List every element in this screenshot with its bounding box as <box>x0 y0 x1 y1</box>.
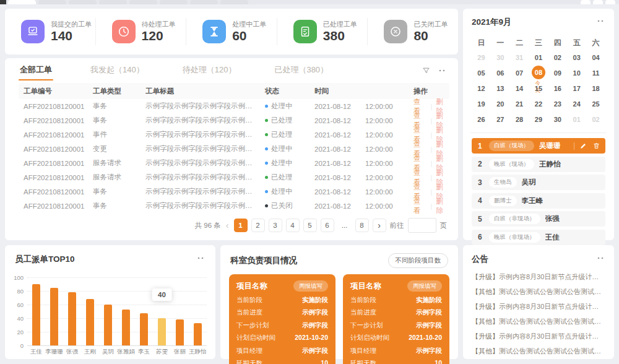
announcement-item[interactable]: 【其他】测试公告测试公告测试公告测试公告测试公告 <box>472 344 605 358</box>
page-button[interactable]: 2 <box>251 219 265 232</box>
chart-bar[interactable] <box>194 323 202 345</box>
announcement-item[interactable]: 【其他】测试公告测试公告测试公告测试公告测试公告 <box>472 314 605 329</box>
calendar-day[interactable]: 03 <box>569 50 584 65</box>
chart-bar[interactable] <box>176 319 184 345</box>
more-icon[interactable] <box>196 253 206 266</box>
chart-bar[interactable] <box>158 318 166 345</box>
browser-tab[interactable] <box>8 0 36 4</box>
stat-item[interactable]: 处理中工单60 <box>186 18 277 45</box>
chart-bar[interactable] <box>68 292 76 345</box>
shift-row[interactable]: 2晚班（现场）王静怡 <box>472 157 605 172</box>
chart-bar[interactable] <box>140 313 148 345</box>
calendar-day[interactable]: 06 <box>493 65 508 80</box>
shift-row[interactable]: 6晚班（非现场）王佳 <box>472 230 605 245</box>
page-button[interactable]: 4 <box>286 219 300 232</box>
page-button[interactable]: 5 <box>303 219 317 232</box>
calendar-day[interactable]: 02 <box>550 50 565 65</box>
trash-icon[interactable] <box>592 142 600 150</box>
calendar-day[interactable]: 19 <box>474 96 488 111</box>
calendar-day[interactable]: 08今天 <box>532 66 545 79</box>
goto-page-input[interactable] <box>408 218 436 233</box>
announcement-item[interactable]: 【升级】示例内容8月30日新节点升级计划通知 <box>472 299 605 314</box>
calendar-day[interactable]: 20 <box>493 96 508 111</box>
browser-tab-strip[interactable] <box>0 0 619 4</box>
stat-item[interactable]: 已处理工单380 <box>277 18 368 45</box>
page-button[interactable]: 6 <box>321 219 334 232</box>
shift-row[interactable]: 1白班（现场）吴珊珊 <box>472 138 605 154</box>
browser-control[interactable] <box>593 0 603 4</box>
weekly-report-badge[interactable]: 周报填写 <box>407 280 442 292</box>
calendar-day[interactable]: 12 <box>474 80 488 96</box>
edit-icon[interactable] <box>579 142 587 150</box>
calendar-day[interactable]: 29 <box>474 50 488 65</box>
chart-bar[interactable] <box>86 299 94 345</box>
more-icon[interactable] <box>437 66 447 76</box>
calendar-day[interactable]: 04 <box>589 50 604 65</box>
calendar-day[interactable]: 15 <box>531 80 546 96</box>
browser-tab[interactable] <box>220 0 248 4</box>
weekly-report-badge[interactable]: 周报填写 <box>293 280 328 292</box>
delete-link[interactable]: 删除 <box>436 197 450 215</box>
calendar-day[interactable]: 30 <box>550 111 565 127</box>
calendar-day[interactable]: 23 <box>550 96 565 111</box>
calendar-day[interactable]: 31 <box>512 50 527 65</box>
browser-control[interactable] <box>605 0 615 4</box>
announcement-item[interactable]: 【升级】示例内容8月30日新节点升级计划通知 <box>472 329 605 344</box>
calendar-day[interactable]: 27 <box>493 111 508 127</box>
stat-item[interactable]: 已关闭工单80 <box>368 18 458 45</box>
calendar-day[interactable]: 17 <box>569 80 584 96</box>
browser-tab[interactable] <box>129 0 157 4</box>
worklist-tab[interactable]: 全部工单 <box>19 61 53 79</box>
shift-row[interactable]: 3生物岛吴玥 <box>472 175 605 190</box>
calendar-day[interactable]: 09 <box>550 65 565 80</box>
worklist-tab[interactable]: 待处理（120） <box>181 61 238 79</box>
calendar-day[interactable]: 30 <box>493 50 508 65</box>
calendar-day[interactable]: 22 <box>531 96 546 111</box>
stage-count-button[interactable]: 不同阶段项目数 <box>388 253 449 268</box>
next-page-icon[interactable]: › <box>373 219 386 232</box>
calendar-day[interactable]: 07 <box>512 65 527 80</box>
view-link[interactable]: 查看 <box>413 197 427 215</box>
calendar-day[interactable]: 05 <box>474 65 488 80</box>
calendar-day[interactable]: 24 <box>569 96 584 111</box>
page-button[interactable]: 8 <box>355 219 369 232</box>
filter-icon[interactable] <box>422 66 431 76</box>
page-button[interactable]: 1 <box>234 219 248 232</box>
calendar-day[interactable]: 01 <box>531 50 546 65</box>
more-icon[interactable] <box>595 253 605 266</box>
worklist-tab[interactable]: 我发起（140） <box>89 61 145 79</box>
prev-page-icon[interactable]: ‹ <box>225 220 230 230</box>
chart-bar[interactable] <box>122 310 130 345</box>
calendar-day[interactable]: 02 <box>589 111 604 127</box>
worklist-tab[interactable]: 已处理（380） <box>273 61 329 79</box>
browser-tab[interactable] <box>38 0 66 4</box>
announcement-item[interactable]: 【升级】示例内容8月30日新节点升级计划通知 <box>472 269 605 284</box>
chart-bar[interactable] <box>32 284 40 345</box>
shift-row[interactable]: 4鹏博士李王峰 <box>472 193 605 209</box>
calendar-day[interactable]: 26 <box>474 111 488 127</box>
browser-tab[interactable] <box>160 0 188 4</box>
shift-row[interactable]: 5白班（非现场）张强 <box>472 211 605 227</box>
more-icon[interactable] <box>595 16 605 28</box>
calendar-day[interactable]: 13 <box>493 80 508 96</box>
page-button[interactable]: 3 <box>269 219 282 232</box>
browser-tab[interactable] <box>99 0 127 4</box>
calendar-day[interactable]: 01 <box>569 111 584 127</box>
calendar-day[interactable]: 18 <box>589 80 604 96</box>
stat-item[interactable]: 待处理工单120 <box>96 18 187 45</box>
chart-bar[interactable] <box>104 305 112 345</box>
chart-bar[interactable] <box>50 288 58 346</box>
calendar-day[interactable]: 11 <box>589 65 604 80</box>
announcement-item[interactable]: 【其他】测试公告测试公告测试公告测试公告测试公告 <box>472 284 605 299</box>
stat-item[interactable]: 我提交的工单140 <box>5 18 96 45</box>
calendar-day[interactable]: 14 <box>512 80 527 96</box>
browser-tab[interactable] <box>69 0 97 4</box>
browser-tab[interactable] <box>190 0 218 4</box>
calendar-day[interactable]: 10 <box>569 65 584 80</box>
calendar-day[interactable]: 16 <box>550 80 565 96</box>
calendar-day[interactable]: 21 <box>512 96 527 111</box>
calendar-day[interactable]: 25 <box>589 96 604 111</box>
calendar-day[interactable]: 29 <box>531 111 546 127</box>
calendar-day[interactable]: 28 <box>512 111 527 127</box>
browser-control[interactable] <box>581 0 591 4</box>
